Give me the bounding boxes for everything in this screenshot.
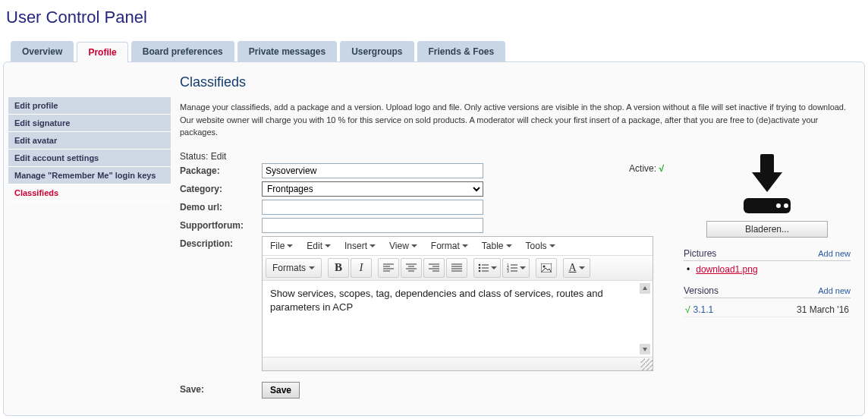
caret-down-icon	[520, 266, 526, 269]
tab-friends-foes[interactable]: Friends & Foes	[417, 41, 506, 61]
package-label: Package:	[180, 163, 262, 176]
save-label: Save:	[180, 382, 262, 395]
editor-menu-insert[interactable]: Insert	[344, 241, 376, 251]
editor-content[interactable]: Show services, scopes, tag, dependencies…	[263, 281, 653, 357]
intro-text: Manage your classifieds, add a package a…	[180, 101, 851, 139]
version-name: 3.1.1	[693, 304, 714, 315]
category-label: Category:	[180, 181, 262, 194]
page-title: User Control Panel	[6, 8, 868, 27]
svg-point-35	[776, 203, 781, 208]
svg-point-29	[543, 265, 546, 267]
pictures-add-new[interactable]: Add new	[818, 249, 851, 258]
editor-menu-file[interactable]: File	[270, 241, 293, 251]
sidebar-item-edit-avatar[interactable]: Edit avatar	[8, 132, 171, 150]
caret-down-icon	[549, 244, 555, 247]
bold-button[interactable]: B	[328, 258, 349, 278]
svg-rect-32	[760, 154, 774, 174]
svg-marker-33	[752, 172, 782, 192]
editor-menu-table[interactable]: Table	[482, 241, 512, 251]
align-center-button[interactable]	[401, 258, 422, 278]
editor-menu-view[interactable]: View	[389, 241, 417, 251]
svg-rect-34	[744, 198, 791, 213]
svg-marker-31	[643, 348, 647, 351]
scroll-up-icon[interactable]	[640, 283, 650, 294]
picture-link[interactable]: download1.png	[696, 264, 757, 275]
demo-url-input[interactable]	[262, 200, 483, 215]
tab-profile[interactable]: Profile	[77, 42, 127, 62]
caret-down-icon	[491, 266, 497, 269]
download-icon	[733, 151, 801, 218]
caret-down-icon	[411, 244, 417, 247]
active-label: Active:	[629, 163, 656, 174]
version-date: 31 March '16	[797, 304, 849, 315]
tab-usergroups[interactable]: Usergroups	[340, 41, 414, 61]
align-right-button[interactable]	[423, 258, 445, 278]
browse-button[interactable]: Bladeren...	[706, 221, 828, 238]
caret-down-icon	[506, 244, 512, 247]
sidebar-item-classifieds[interactable]: Classifieds	[8, 184, 171, 202]
save-button[interactable]: Save	[262, 382, 300, 399]
numbered-list-button[interactable]: 123	[502, 258, 530, 278]
tab-overview[interactable]: Overview	[11, 41, 74, 61]
svg-point-20	[478, 269, 480, 272]
list-item: download1.png	[687, 264, 851, 275]
svg-text:3: 3	[507, 269, 509, 273]
supportforum-label: Supportforum:	[180, 218, 262, 231]
profile-sidebar: Edit profile Edit signature Edit avatar …	[8, 97, 171, 411]
supportforum-input[interactable]	[262, 218, 483, 233]
tab-private-messages[interactable]: Private messages	[237, 41, 337, 61]
version-row[interactable]: √3.1.1 31 March '16	[684, 301, 851, 317]
svg-point-18	[478, 266, 480, 269]
caret-down-icon	[579, 266, 585, 269]
main-area: Classifieds Manage your classifieds, add…	[171, 67, 860, 411]
sidebar-item-edit-signature[interactable]: Edit signature	[8, 115, 171, 132]
formats-dropdown[interactable]: Formats	[266, 258, 322, 278]
rich-text-editor: File Edit Insert View Format Table Tools	[262, 236, 653, 371]
demo-url-label: Demo url:	[180, 200, 262, 213]
status-label: Status:	[180, 151, 208, 162]
caret-down-icon	[370, 244, 376, 247]
sidebar-item-edit-account-settings[interactable]: Edit account settings	[8, 150, 171, 167]
pictures-list: download1.png	[684, 264, 851, 275]
content-panel: Edit profile Edit signature Edit avatar …	[3, 61, 865, 416]
bullet-list-button[interactable]	[473, 258, 501, 278]
sidebar-item-remember-me-keys[interactable]: Manage "Remember Me" login keys	[8, 167, 171, 184]
caret-down-icon	[287, 244, 293, 247]
tab-board-preferences[interactable]: Board preferences	[131, 41, 234, 61]
align-left-button[interactable]	[378, 258, 399, 278]
editor-menu-format[interactable]: Format	[431, 241, 468, 251]
status-value: Edit	[211, 151, 227, 162]
caret-down-icon	[462, 244, 468, 247]
pictures-heading: Pictures	[684, 248, 716, 259]
editor-menubar: File Edit Insert View Format Table Tools	[263, 237, 653, 256]
italic-button[interactable]: I	[351, 258, 372, 278]
editor-menu-edit[interactable]: Edit	[307, 241, 331, 251]
text-color-button[interactable]: A	[563, 258, 590, 278]
svg-point-16	[478, 263, 480, 266]
caret-down-icon	[325, 244, 331, 247]
align-justify-button[interactable]	[446, 258, 467, 278]
active-check-icon[interactable]: √	[659, 163, 664, 174]
svg-point-36	[784, 203, 788, 208]
section-heading: Classifieds	[180, 74, 851, 90]
editor-resize-handle[interactable]	[263, 357, 653, 370]
versions-heading: Versions	[684, 285, 719, 296]
caret-down-icon	[309, 266, 315, 269]
editor-menu-tools[interactable]: Tools	[526, 241, 555, 251]
versions-add-new[interactable]: Add new	[818, 286, 851, 295]
scroll-down-icon[interactable]	[640, 344, 650, 354]
package-input[interactable]	[262, 163, 483, 178]
category-select[interactable]: Frontpages	[262, 181, 483, 197]
sidebar-item-edit-profile[interactable]: Edit profile	[8, 97, 171, 115]
main-tabs: Overview Profile Board preferences Priva…	[11, 41, 868, 61]
check-icon: √	[685, 304, 690, 315]
description-label: Description:	[180, 236, 262, 249]
svg-marker-30	[643, 286, 647, 290]
insert-image-button[interactable]	[536, 258, 557, 278]
status-line: Status: Edit	[180, 151, 668, 162]
editor-toolbar: Formats B I 123	[263, 256, 653, 281]
